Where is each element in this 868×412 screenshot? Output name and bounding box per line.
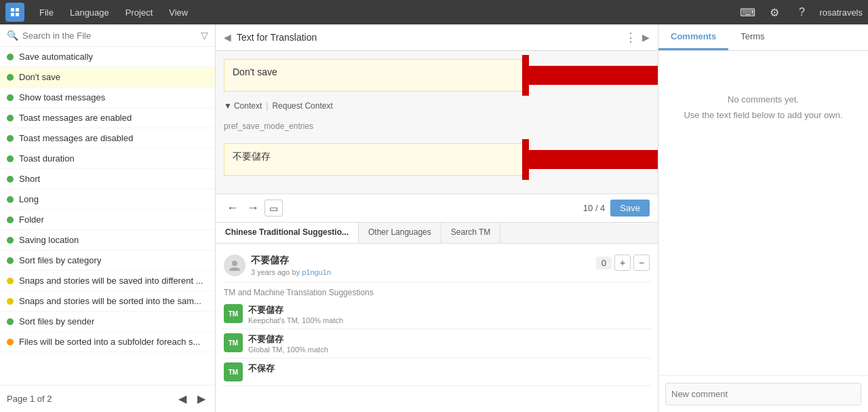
suggestion-author-link[interactable]: p1ngu1n: [302, 268, 331, 276]
tm-section-label: TM and Machine Translation Suggestions: [221, 282, 652, 300]
sidebar-prev-button[interactable]: ◀: [176, 391, 189, 407]
status-dot: [7, 135, 14, 142]
tm-suggestion-2: TM 不要儲存 Global TM, 100% match: [221, 329, 652, 358]
list-item[interactable]: Files will be sorted into a subfolder fo…: [0, 332, 215, 352]
svg-rect-3: [16, 13, 19, 16]
search-input[interactable]: [22, 31, 197, 41]
context-separator: |: [266, 101, 268, 111]
tm-content-3: 不保存: [248, 362, 650, 375]
copy-source-button[interactable]: ▭: [264, 200, 283, 217]
source-section: Don't save: [224, 59, 650, 92]
right-panel: Comments Terms No comments yet. Use the …: [658, 24, 868, 412]
tm-meta-2: Global TM, 100% match: [248, 345, 650, 354]
collapse-button[interactable]: ◀: [224, 32, 231, 43]
svg-rect-0: [11, 8, 14, 12]
status-dot: [7, 155, 14, 162]
sidebar-next-button[interactable]: ▶: [195, 391, 208, 407]
menu-language[interactable]: Language: [63, 5, 116, 20]
nav-arrows: ← → ▭: [224, 200, 283, 217]
status-dot: [7, 257, 14, 264]
vote-down-button[interactable]: −: [633, 255, 650, 271]
tm-text-1[interactable]: 不要儲存: [248, 304, 650, 316]
main-layout: 🔍 ▽ Save automaticallyDon't saveShow toa…: [0, 24, 868, 412]
context-label[interactable]: ▼ Context: [224, 101, 262, 111]
new-comment-input[interactable]: [665, 383, 861, 405]
tm-logo-1: TM: [224, 304, 243, 323]
target-text-box[interactable]: 不要儲存: [224, 143, 529, 176]
sidebar: 🔍 ▽ Save automaticallyDon't saveShow toa…: [0, 24, 216, 412]
list-item[interactable]: Sort files by sender: [0, 312, 215, 332]
pref-key: pref_save_mode_entries: [224, 120, 650, 136]
suggestion-avatar: [224, 255, 245, 276]
tab-search-tm[interactable]: Search TM: [441, 223, 500, 243]
list-item[interactable]: Snaps and stories will be saved into dif…: [0, 271, 215, 291]
status-dot: [7, 237, 14, 244]
list-item-text: Long: [19, 194, 39, 204]
sidebar-footer: Page 1 of 2 ◀ ▶: [0, 385, 215, 412]
context-row: ▼ Context | Request Context: [224, 98, 650, 113]
list-item[interactable]: Sort files by category: [0, 250, 215, 271]
list-item[interactable]: Short: [0, 169, 215, 189]
next-entry-button[interactable]: →: [244, 200, 262, 217]
status-dot: [7, 339, 14, 345]
menu-view[interactable]: View: [162, 5, 195, 20]
svg-point-8: [232, 261, 237, 266]
list-item-text: Toast messages are disabled: [19, 133, 133, 143]
sidebar-search-bar: 🔍 ▽: [0, 24, 215, 47]
list-item-text: Sort files by sender: [19, 316, 94, 326]
center-title: Text for Translation: [237, 32, 619, 43]
tab-comments[interactable]: Comments: [658, 24, 728, 50]
list-item[interactable]: Folder: [0, 210, 215, 230]
prev-entry-button[interactable]: ←: [224, 200, 241, 217]
source-arrow: [522, 55, 658, 96]
list-item-text: Don't save: [19, 72, 60, 82]
list-item[interactable]: Saving location: [0, 230, 215, 250]
suggestions-tabs: Chinese Traditional Suggestio... Other L…: [216, 223, 658, 244]
suggestions-panel: Chinese Traditional Suggestio... Other L…: [216, 222, 658, 412]
tm-text-3[interactable]: 不保存: [248, 362, 650, 375]
list-item[interactable]: Long: [0, 189, 215, 210]
list-item-text: Folder: [19, 214, 44, 225]
tm-content-1: 不要儲存 Keepchat's TM, 100% match: [248, 304, 650, 324]
tm-text-2[interactable]: 不要儲存: [248, 333, 650, 345]
suggestion-content: 不要儲存 3 years ago by p1ngu1n: [251, 255, 591, 276]
list-item[interactable]: Show toast messages: [0, 88, 215, 108]
list-item-text: Toast messages are enabled: [19, 113, 132, 123]
expand-button[interactable]: ▶: [642, 32, 650, 43]
status-dot: [7, 217, 14, 223]
app-icon: [5, 3, 24, 22]
list-item-text: Save automatically: [19, 52, 93, 62]
save-button[interactable]: Save: [610, 200, 650, 217]
tm-logo-3: TM: [224, 362, 243, 381]
tab-terms[interactable]: Terms: [728, 24, 776, 50]
right-panel-footer: [658, 375, 868, 412]
tm-content-2: 不要儲存 Global TM, 100% match: [248, 333, 650, 354]
request-context-link[interactable]: Request Context: [272, 101, 332, 111]
center-panel: ◀ Text for Translation ⋮ ▶ Don't save: [216, 24, 658, 412]
list-item[interactable]: Toast messages are enabled: [0, 108, 215, 128]
entry-counter: 10 / 4: [583, 203, 606, 213]
menu-file[interactable]: File: [33, 5, 60, 20]
menu-project[interactable]: Project: [119, 5, 159, 20]
status-dot: [7, 176, 14, 183]
tab-chinese-traditional[interactable]: Chinese Traditional Suggestio...: [216, 223, 359, 243]
keyboard-icon[interactable]: ⌨: [738, 3, 757, 22]
tab-other-languages[interactable]: Other Languages: [359, 223, 441, 243]
list-item[interactable]: Save automatically: [0, 47, 215, 67]
source-text-box: Don't save: [224, 59, 529, 92]
suggestion-meta: 3 years ago by p1ngu1n: [251, 268, 591, 276]
svg-rect-2: [11, 13, 14, 16]
help-icon[interactable]: ?: [792, 3, 811, 22]
user-suggestion: 不要儲存 3 years ago by p1ngu1n 0 + −: [221, 249, 652, 282]
list-item[interactable]: Toast duration: [0, 149, 215, 169]
list-item[interactable]: Toast messages are disabled: [0, 128, 215, 149]
suggestion-text[interactable]: 不要儲存: [251, 255, 591, 267]
menu-bar-right: ⌨ ⚙ ? rosatravels: [738, 3, 863, 22]
settings-icon[interactable]: ⚙: [765, 3, 784, 22]
tm-meta-1: Keepchat's TM, 100% match: [248, 316, 650, 324]
list-item[interactable]: Snaps and stories will be sorted into th…: [0, 291, 215, 312]
more-options-button[interactable]: ⋮: [625, 30, 637, 45]
list-item[interactable]: Don't save: [0, 67, 215, 88]
vote-up-button[interactable]: +: [614, 255, 631, 271]
filter-icon[interactable]: ▽: [201, 30, 208, 41]
